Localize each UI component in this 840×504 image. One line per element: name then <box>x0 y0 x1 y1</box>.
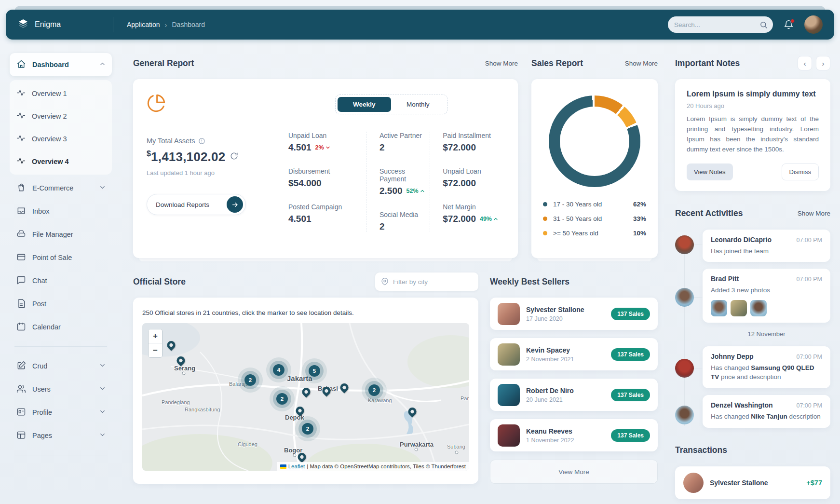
activity-name[interactable]: Brad Pitt <box>711 275 739 283</box>
activity-name[interactable]: Johnny Depp <box>711 353 754 360</box>
sales-badge: 137 Sales <box>611 389 650 401</box>
general-report-show-more[interactable]: Show More <box>485 60 518 67</box>
seller-photo <box>498 384 520 406</box>
activity-name[interactable]: Leonardo DiCaprio <box>711 236 772 244</box>
sales-report-card: 17 - 30 Years old 62% 31 - 50 Years old … <box>531 79 658 258</box>
activity-time: 07:00 PM <box>796 276 822 283</box>
sidebar-item-post[interactable]: Post <box>10 292 112 315</box>
chevron-right-icon: › <box>165 21 167 29</box>
seller-row[interactable]: Sylvester Stallone 17 June 2020 137 Sale… <box>490 298 658 330</box>
sidebar-item-overview-3[interactable]: Overview 3 <box>10 127 112 150</box>
sidebar-item-file-manager[interactable]: File Manager <box>10 223 112 246</box>
monthly-toggle-button[interactable]: Monthly <box>391 97 445 112</box>
transaction-row[interactable]: Sylvester Stallone +$77 <box>675 466 830 499</box>
sidebar-item-pages[interactable]: Pages <box>10 424 112 447</box>
activity-avatar[interactable] <box>675 406 694 424</box>
stat-disbursement: Disbursement $54.000 <box>288 167 366 189</box>
activity-name[interactable]: Denzel Washington <box>711 401 773 409</box>
activities-show-more[interactable]: Show More <box>798 210 830 217</box>
notification-dot <box>790 19 795 23</box>
sidebar-item-crud[interactable]: Crud <box>10 354 112 378</box>
id-card-icon <box>16 407 26 418</box>
search-input[interactable] <box>674 21 759 28</box>
sidebar-item-ecommerce[interactable]: E-Commerce <box>10 177 112 200</box>
sidebar-item-dashboard[interactable]: Dashboard <box>10 53 112 76</box>
activity-photo[interactable] <box>750 300 767 316</box>
period-toggle: Weekly Monthly <box>335 95 447 114</box>
activity-item: Leonardo DiCaprio 07:00 PM Has joined th… <box>703 230 830 262</box>
sidebar-item-inbox[interactable]: Inbox <box>10 200 112 223</box>
seller-date: 1 November 2022 <box>526 437 574 444</box>
activity-text: Has joined the team <box>711 246 822 256</box>
activity-avatar[interactable] <box>675 288 694 307</box>
breadcrumb-application[interactable]: Application <box>127 21 160 28</box>
map-cluster-marker[interactable]: 2 <box>302 423 313 435</box>
seller-photo <box>498 343 520 366</box>
seller-row[interactable]: Kevin Spacey 2 November 2021 137 Sales <box>490 338 658 370</box>
seller-photo <box>498 303 520 325</box>
main-content: General Report Show More <box>133 40 658 484</box>
note-title: Lorem Ipsum is simply dummy text <box>687 90 819 98</box>
seller-name: Robert De Niro <box>526 387 574 395</box>
stat-posted-campaign: Posted Campaign 4.501 <box>288 203 366 224</box>
notes-next-button[interactable]: › <box>816 56 830 70</box>
sidebar-item-chat[interactable]: Chat <box>10 269 112 292</box>
breadcrumb-dashboard[interactable]: Dashboard <box>172 21 205 28</box>
currency-symbol: $ <box>147 150 151 158</box>
leaflet-map[interactable]: Serang Jakarta Bekasi Depok Bogor Purwak… <box>142 323 469 471</box>
town-dot <box>415 448 418 451</box>
important-notes-title: Important Notes <box>675 58 740 68</box>
map-cluster-marker[interactable]: 5 <box>309 365 320 377</box>
seller-row[interactable]: Keanu Reeves 1 November 2022 137 Sales <box>490 419 658 451</box>
user-avatar[interactable] <box>804 15 823 34</box>
legend-dot <box>543 231 547 235</box>
sidebar-item-overview-2[interactable]: Overview 2 <box>10 105 112 127</box>
activity-avatar[interactable] <box>675 235 694 254</box>
sidebar-item-overview-4[interactable]: Overview 4 <box>10 150 112 173</box>
last-updated-text: Last updated 1 hour ago <box>147 169 250 177</box>
zoom-out-button[interactable]: − <box>149 343 162 357</box>
sales-legend: 17 - 30 Years old 62% 31 - 50 Years old … <box>543 201 646 237</box>
view-more-button[interactable]: View More <box>490 460 658 484</box>
recent-activities-title: Recent Activities <box>675 208 743 218</box>
map-cluster-marker[interactable]: 2 <box>368 384 380 396</box>
sidebar-item-users[interactable]: Users <box>10 378 112 401</box>
filter-by-city-box[interactable] <box>375 272 478 291</box>
download-reports-button[interactable]: Download Reports <box>147 194 246 215</box>
activity-photo[interactable] <box>711 300 727 316</box>
notifications-bell-icon[interactable] <box>784 20 794 30</box>
notes-prev-button[interactable]: ‹ <box>798 56 812 70</box>
sidebar-item-profile[interactable]: Profile <box>10 401 112 424</box>
seller-name: Keanu Reeves <box>526 427 574 435</box>
stat-social-media: Social Media 2 <box>379 211 430 232</box>
leaflet-link[interactable]: Leaflet <box>288 463 305 469</box>
sidebar-item-calendar[interactable]: Calendar <box>10 315 112 339</box>
sidebar-item-label: Pages <box>32 432 52 439</box>
map-cluster-marker[interactable]: 2 <box>276 393 288 405</box>
search-box[interactable] <box>668 16 773 33</box>
chevron-down-icon <box>99 385 106 394</box>
dismiss-button[interactable]: Dismiss <box>782 163 819 180</box>
map-cluster-marker[interactable]: 4 <box>273 364 285 376</box>
activity-photo[interactable] <box>731 300 747 316</box>
pie-chart-icon <box>147 106 166 114</box>
sales-report-title: Sales Report <box>531 58 583 68</box>
brand-logo[interactable]: Enigma <box>17 18 113 31</box>
view-notes-button[interactable]: View Notes <box>687 163 733 180</box>
sidebar-item-point-of-sale[interactable]: Point of Sale <box>10 246 112 269</box>
activity-avatar[interactable] <box>675 359 694 378</box>
stat-active-partner: Active Partner 2 <box>379 132 430 153</box>
seller-row[interactable]: Robert De Niro 20 June 2021 137 Sales <box>490 379 658 411</box>
legend-item: >= 50 Years old 10% <box>543 230 646 237</box>
map-label: Rangkasbitung <box>185 407 220 412</box>
sidebar-item-overview-1[interactable]: Overview 1 <box>10 82 112 105</box>
refresh-icon[interactable] <box>230 152 238 162</box>
weekly-toggle-button[interactable]: Weekly <box>338 97 392 112</box>
sales-donut-chart[interactable] <box>549 95 640 187</box>
sales-report-show-more[interactable]: Show More <box>625 60 658 67</box>
sidebar-item-label: File Manager <box>32 231 73 238</box>
zoom-in-button[interactable]: + <box>149 329 162 343</box>
filter-by-city-input[interactable] <box>393 278 473 286</box>
map-cluster-marker[interactable]: 2 <box>244 374 256 386</box>
info-icon[interactable] <box>198 137 205 145</box>
